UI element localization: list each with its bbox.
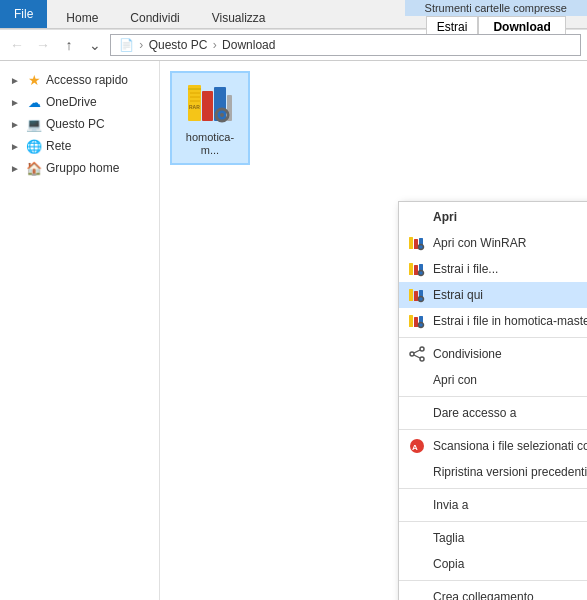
file-icon: RAR [186, 79, 234, 127]
context-menu-item-dare-accesso[interactable]: Dare accesso a› [399, 400, 587, 426]
svg-rect-19 [409, 289, 413, 301]
sidebar-label-quick-access: Accesso rapido [46, 73, 128, 87]
cm-icon-copia [409, 556, 425, 572]
cm-icon-estrai-file [409, 261, 425, 277]
svg-rect-12 [414, 239, 418, 249]
file-label: homotica-m... [178, 131, 242, 157]
context-menu-item-estrai-qui[interactable]: Estrai qui [399, 282, 587, 308]
cm-label-estrai-folder: Estrai i file in homotica-master\ [433, 314, 587, 328]
context-menu-item-ripristina[interactable]: Ripristina versioni precedenti [399, 459, 587, 485]
ribbon-special-label: Strumenti cartelle compresse [405, 0, 587, 16]
svg-rect-16 [414, 265, 418, 275]
ribbon-special-section: Strumenti cartelle compresse Estrai Down… [405, 0, 587, 28]
sidebar-item-quick-access[interactable]: ► ★ Accesso rapido [0, 69, 159, 91]
file-button[interactable]: File [0, 0, 47, 28]
svg-point-29 [420, 357, 424, 361]
ribbon-special-tabs: Estrai Download [426, 16, 566, 36]
file-item-homotica[interactable]: RAR homotica-m... [170, 71, 250, 165]
sidebar-item-rete[interactable]: ► 🌐 Rete [0, 135, 159, 157]
context-menu-separator [399, 337, 587, 338]
tab-condividi[interactable]: Condividi [115, 6, 194, 28]
tab-download[interactable]: Download [478, 16, 565, 36]
cm-label-ripristina: Ripristina versioni precedenti [433, 465, 587, 479]
forward-button[interactable]: → [32, 34, 54, 56]
cloud-icon: ☁ [26, 94, 42, 110]
cm-label-condivisione: Condivisione [433, 347, 587, 361]
svg-rect-25 [419, 316, 423, 327]
path-download: Download [222, 38, 275, 52]
main-area: ► ★ Accesso rapido ► ☁ OneDrive ► 💻 Ques… [0, 61, 587, 600]
context-menu-separator [399, 521, 587, 522]
context-menu-item-estrai-file[interactable]: Estrai i file... [399, 256, 587, 282]
context-menu-item-apri-winrar[interactable]: Apri con WinRAR [399, 230, 587, 256]
sidebar-item-gruppo-home[interactable]: ► 🏠 Gruppo home [0, 157, 159, 179]
cm-icon-estrai-folder [409, 313, 425, 329]
context-menu-separator [399, 580, 587, 581]
sidebar-item-onedrive[interactable]: ► ☁ OneDrive [0, 91, 159, 113]
tab-home[interactable]: Home [51, 6, 113, 28]
svg-text:RAR: RAR [189, 104, 200, 110]
path-separator-1: › [136, 38, 147, 52]
path-separator-2: › [209, 38, 220, 52]
cm-label-apri-winrar: Apri con WinRAR [433, 236, 587, 250]
expand-icon-onedrive: ► [10, 97, 22, 108]
svg-rect-0 [188, 85, 201, 121]
sidebar-label-rete: Rete [46, 139, 71, 153]
cm-label-apri-con: Apri con [433, 373, 587, 387]
tab-visualizza[interactable]: Visualizza [197, 6, 281, 28]
up-button[interactable]: ↑ [58, 34, 80, 56]
cm-icon-estrai-qui [409, 287, 425, 303]
context-menu-item-taglia[interactable]: Taglia [399, 525, 587, 551]
expand-icon-home: ► [10, 163, 22, 174]
expand-icon-rete: ► [10, 141, 22, 152]
cm-icon-condivisione [409, 346, 425, 362]
network-icon: 🌐 [26, 138, 42, 154]
svg-point-27 [420, 347, 424, 351]
cm-icon-crea-collegamento [409, 589, 425, 600]
home-icon: 🏠 [26, 160, 42, 176]
cm-icon-dare-accesso [409, 405, 425, 421]
cm-label-apri: Apri [433, 210, 587, 224]
cm-label-estrai-qui: Estrai qui [433, 288, 587, 302]
sidebar-item-questo-pc[interactable]: ► 💻 Questo PC [0, 113, 159, 135]
cm-icon-ripristina [409, 464, 425, 480]
ribbon: File Home Condividi Visualizza Strumenti… [0, 0, 587, 29]
cm-icon-scansiona: A [409, 438, 425, 454]
context-menu-item-apri-con[interactable]: Apri con› [399, 367, 587, 393]
back-button[interactable]: ← [6, 34, 28, 56]
sidebar-label-home: Gruppo home [46, 161, 119, 175]
svg-point-5 [220, 113, 224, 117]
svg-rect-15 [409, 263, 413, 275]
context-menu-item-copia[interactable]: Copia [399, 551, 587, 577]
context-menu-separator [399, 488, 587, 489]
context-menu-item-crea-collegamento[interactable]: Crea collegamento [399, 584, 587, 600]
address-bar: ← → ↑ ⌄ 📄 › Questo PC › Download [0, 29, 587, 61]
context-menu-separator [399, 396, 587, 397]
cm-icon-apri-con [409, 372, 425, 388]
tab-estrai[interactable]: Estrai [426, 16, 479, 36]
svg-rect-1 [202, 91, 213, 121]
sidebar-label-onedrive: OneDrive [46, 95, 97, 109]
address-path[interactable]: 📄 › Questo PC › Download [110, 34, 581, 56]
cm-label-invia-a: Invia a [433, 498, 587, 512]
context-menu-item-scansiona[interactable]: A Scansiona i file selezionati con Avira [399, 433, 587, 459]
cm-label-dare-accesso: Dare accesso a [433, 406, 587, 420]
svg-rect-11 [409, 237, 413, 249]
ribbon-tabs: Home Condividi Visualizza [47, 0, 404, 28]
cm-icon-invia-a [409, 497, 425, 513]
cm-icon-apri [409, 209, 425, 225]
cm-icon-taglia [409, 530, 425, 546]
ribbon-top: File Home Condividi Visualizza Strumenti… [0, 0, 587, 28]
cm-icon-apri-winrar [409, 235, 425, 251]
context-menu-item-estrai-folder[interactable]: Estrai i file in homotica-master\ [399, 308, 587, 334]
recent-locations-button[interactable]: ⌄ [84, 34, 106, 56]
svg-point-28 [410, 352, 414, 356]
context-menu-item-invia-a[interactable]: Invia a› [399, 492, 587, 518]
file-area[interactable]: RAR homotica-m... Apri Apri con WinRAR E… [160, 61, 587, 600]
svg-rect-24 [414, 317, 418, 327]
sidebar-label-pc: Questo PC [46, 117, 105, 131]
svg-text:A: A [412, 443, 418, 452]
context-menu-item-apri[interactable]: Apri [399, 204, 587, 230]
path-pc[interactable]: Questo PC [149, 38, 208, 52]
context-menu-item-condivisione[interactable]: Condivisione [399, 341, 587, 367]
